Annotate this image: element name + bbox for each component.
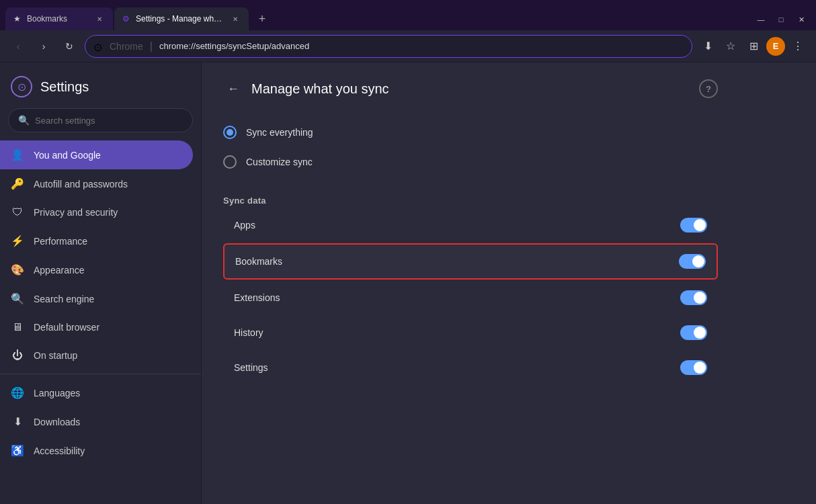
settings-logo: ⊙ xyxy=(11,76,32,97)
on-startup-icon: ⏻ xyxy=(11,349,24,362)
menu-icon[interactable]: ⋮ xyxy=(788,36,808,56)
title-bar: ★ Bookmarks ✕ ⚙ Settings - Manage what y… xyxy=(0,0,816,30)
bookmarks-toggle[interactable] xyxy=(679,254,706,269)
privacy-label: Privacy and security xyxy=(34,207,118,218)
close-button[interactable]: ✕ xyxy=(792,13,811,26)
sidebar-item-search-engine[interactable]: 🔍 Search engine xyxy=(0,284,193,313)
address-bar[interactable]: ⊙ Chrome | chrome://settings/syncSetup/a… xyxy=(85,35,692,58)
extensions-label: Extensions xyxy=(234,292,280,303)
sidebar-item-appearance[interactable]: 🎨 Appearance xyxy=(0,255,193,284)
sidebar-item-you-and-google[interactable]: 👤 You and Google xyxy=(0,140,193,169)
back-nav-button[interactable]: ‹ xyxy=(8,36,28,56)
appearance-icon: 🎨 xyxy=(11,263,24,276)
privacy-icon: 🛡 xyxy=(11,206,24,218)
tab-bookmarks-label: Bookmarks xyxy=(27,14,90,24)
sync-item-apps: Apps xyxy=(223,208,718,242)
sync-item-settings: Settings xyxy=(223,351,718,384)
default-browser-icon: 🖥 xyxy=(11,321,24,333)
performance-icon: ⚡ xyxy=(11,235,24,247)
tab-settings-favicon: ⚙ xyxy=(122,14,132,24)
settings-container: ⊙ Settings 🔍 👤 You and Google 🔑 Autofill… xyxy=(0,62,816,504)
sync-item-history: History xyxy=(223,316,718,349)
history-label: History xyxy=(234,327,263,338)
accessibility-label: Accessibility xyxy=(34,446,85,456)
appearance-label: Appearance xyxy=(34,265,85,276)
back-button[interactable]: ← xyxy=(223,79,243,99)
you-and-google-icon: 👤 xyxy=(11,149,24,161)
sidebar-item-performance[interactable]: ⚡ Performance xyxy=(0,226,193,255)
address-favicon: ⊙ xyxy=(93,41,104,52)
minimize-button[interactable]: — xyxy=(751,13,770,26)
search-icon: 🔍 xyxy=(18,115,30,126)
sync-everything-label: Sync everything xyxy=(246,127,313,138)
sync-data-section-title: Sync data xyxy=(223,196,718,206)
maximize-button[interactable]: □ xyxy=(772,13,790,26)
browser-frame: ★ Bookmarks ✕ ⚙ Settings - Manage what y… xyxy=(0,0,816,504)
sync-everything-radio[interactable] xyxy=(223,126,237,139)
customize-sync-label: Customize sync xyxy=(246,157,313,167)
sidebar-divider xyxy=(0,374,201,374)
download-icon[interactable]: ⬇ xyxy=(698,36,718,56)
performance-label: Performance xyxy=(34,236,87,247)
extensions-toggle[interactable] xyxy=(680,290,707,305)
extensions-icon[interactable]: ⊞ xyxy=(743,36,764,56)
settings-label: Settings xyxy=(234,362,268,373)
window-controls: — □ ✕ xyxy=(751,13,811,26)
sidebar-item-autofill[interactable]: 🔑 Autofill and passwords xyxy=(0,169,193,198)
sidebar-item-accessibility[interactable]: ♿ Accessibility xyxy=(0,436,193,465)
autofill-icon: 🔑 xyxy=(11,177,24,190)
apps-toggle[interactable] xyxy=(680,218,707,233)
sync-item-bookmarks: Bookmarks xyxy=(223,243,718,280)
downloads-icon: ⬇ xyxy=(11,415,24,428)
autofill-label: Autofill and passwords xyxy=(34,179,128,190)
help-button[interactable]: ? xyxy=(699,79,718,98)
toolbar-actions: ⬇ ☆ ⊞ E ⋮ xyxy=(698,36,808,56)
main-content: ← Manage what you sync ? Sync everything… xyxy=(202,62,816,504)
browser-toolbar: ‹ › ↻ ⊙ Chrome | chrome://settings/syncS… xyxy=(0,30,816,62)
address-chrome-label: Chrome xyxy=(110,41,143,52)
bookmarks-label: Bookmarks xyxy=(235,256,282,267)
page-header: ← Manage what you sync ? xyxy=(223,79,718,99)
languages-label: Languages xyxy=(34,388,80,398)
sidebar-item-default-browser[interactable]: 🖥 Default browser xyxy=(0,313,193,341)
sync-item-extensions: Extensions xyxy=(223,281,718,314)
search-engine-icon: 🔍 xyxy=(11,292,24,305)
address-url: chrome://settings/syncSetup/advanced xyxy=(159,41,684,51)
settings-sidebar: ⊙ Settings 🔍 👤 You and Google 🔑 Autofill… xyxy=(0,62,202,504)
tab-bookmarks[interactable]: ★ Bookmarks ✕ xyxy=(5,7,113,30)
page-title: Manage what you sync xyxy=(251,81,691,97)
sidebar-item-downloads[interactable]: ⬇ Downloads xyxy=(0,407,193,436)
sidebar-item-on-startup[interactable]: ⏻ On startup xyxy=(0,341,193,370)
you-and-google-label: You and Google xyxy=(34,150,101,161)
tab-bookmarks-favicon: ★ xyxy=(13,14,23,24)
on-startup-label: On startup xyxy=(34,350,77,361)
settings-title: Settings xyxy=(40,79,89,95)
search-engine-label: Search engine xyxy=(34,294,94,304)
new-tab-button[interactable]: + xyxy=(253,9,272,28)
history-toggle[interactable] xyxy=(680,325,707,340)
search-bar[interactable]: 🔍 xyxy=(8,108,193,132)
tab-settings-label: Settings - Manage what you sync xyxy=(136,14,226,24)
tab-settings-close[interactable]: ✕ xyxy=(230,13,241,24)
customize-sync-option[interactable]: Customize sync xyxy=(223,147,718,177)
search-input[interactable] xyxy=(35,116,183,126)
settings-toggle[interactable] xyxy=(680,360,707,375)
languages-icon: 🌐 xyxy=(11,386,24,399)
tab-settings[interactable]: ⚙ Settings - Manage what you sync ✕ xyxy=(114,7,249,30)
customize-sync-radio[interactable] xyxy=(223,155,237,169)
sidebar-item-languages[interactable]: 🌐 Languages xyxy=(0,378,193,407)
sync-everything-option[interactable]: Sync everything xyxy=(223,118,718,147)
apps-label: Apps xyxy=(234,220,255,230)
sync-radio-group: Sync everything Customize sync xyxy=(223,118,718,177)
accessibility-icon: ♿ xyxy=(11,444,24,457)
forward-nav-button[interactable]: › xyxy=(34,36,54,56)
profile-button[interactable]: E xyxy=(766,37,785,56)
reload-button[interactable]: ↻ xyxy=(59,36,79,56)
default-browser-label: Default browser xyxy=(34,322,99,333)
downloads-label: Downloads xyxy=(34,417,80,427)
sidebar-header: ⊙ Settings xyxy=(0,62,201,108)
sidebar-item-privacy[interactable]: 🛡 Privacy and security xyxy=(0,198,193,226)
bookmark-icon[interactable]: ☆ xyxy=(721,36,741,56)
tab-bookmarks-close[interactable]: ✕ xyxy=(94,13,105,24)
